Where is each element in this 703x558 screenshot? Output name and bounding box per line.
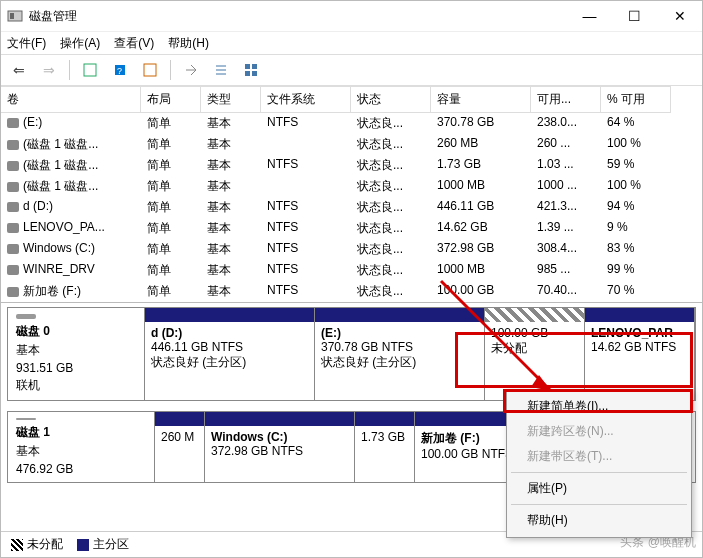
menu-view[interactable]: 查看(V) bbox=[114, 35, 154, 52]
svg-rect-2 bbox=[84, 64, 96, 76]
window-title: 磁盘管理 bbox=[29, 8, 567, 25]
disk-icon bbox=[16, 418, 36, 420]
legend-unalloc-swatch bbox=[11, 539, 23, 551]
svg-rect-9 bbox=[252, 71, 257, 76]
toolbar-icon-1[interactable] bbox=[78, 58, 102, 82]
svg-text:?: ? bbox=[117, 66, 122, 76]
col-volume[interactable]: 卷 bbox=[1, 86, 141, 113]
table-row[interactable]: (磁盘 1 磁盘...简单基本NTFS状态良...1.73 GB1.03 ...… bbox=[1, 155, 702, 176]
toolbar: ⇐ ⇒ ? bbox=[1, 55, 702, 86]
app-icon bbox=[7, 8, 23, 24]
toolbar-grid-icon[interactable] bbox=[239, 58, 263, 82]
close-button[interactable]: ✕ bbox=[657, 1, 702, 31]
col-type[interactable]: 类型 bbox=[201, 86, 261, 113]
toolbar-icon-3[interactable] bbox=[138, 58, 162, 82]
forward-button[interactable]: ⇒ bbox=[37, 58, 61, 82]
menu-new-spanned-volume: 新建跨区卷(N)... bbox=[509, 419, 689, 444]
partition[interactable]: (E:)370.78 GB NTFS状态良好 (主分区) bbox=[315, 308, 485, 400]
svg-rect-7 bbox=[252, 64, 257, 69]
menu-properties[interactable]: 属性(P) bbox=[509, 476, 689, 501]
disk-icon bbox=[16, 314, 36, 319]
table-row[interactable]: d (D:)简单基本NTFS状态良...446.11 GB421.3...94 … bbox=[1, 197, 702, 218]
menu-action[interactable]: 操作(A) bbox=[60, 35, 100, 52]
menu-new-striped-volume: 新建带区卷(T)... bbox=[509, 444, 689, 469]
disk-0-info[interactable]: 磁盘 0 基本 931.51 GB 联机 bbox=[8, 308, 145, 400]
col-pct[interactable]: % 可用 bbox=[601, 86, 671, 113]
menu-help[interactable]: 帮助(H) bbox=[168, 35, 209, 52]
table-row[interactable]: Windows (C:)简单基本NTFS状态良...372.98 GB308.4… bbox=[1, 239, 702, 260]
partition[interactable]: LENOVO_PAR14.62 GB NTFS bbox=[585, 308, 695, 400]
table-row[interactable]: (磁盘 1 磁盘...简单基本状态良...260 MB260 ...100 % bbox=[1, 134, 702, 155]
menu-new-simple-volume[interactable]: 新建简单卷(I)... bbox=[509, 394, 689, 419]
partition[interactable]: d (D:)446.11 GB NTFS状态良好 (主分区) bbox=[145, 308, 315, 400]
partition[interactable]: 1.73 GB bbox=[355, 412, 415, 482]
table-row[interactable]: (磁盘 1 磁盘...简单基本状态良...1000 MB1000 ...100 … bbox=[1, 176, 702, 197]
back-button[interactable]: ⇐ bbox=[7, 58, 31, 82]
table-row[interactable]: WINRE_DRV简单基本NTFS状态良...1000 MB985 ...99 … bbox=[1, 260, 702, 281]
disk-management-window: 磁盘管理 — ☐ ✕ 文件(F) 操作(A) 查看(V) 帮助(H) ⇐ ⇒ ?… bbox=[0, 0, 703, 558]
table-row[interactable]: (E:)简单基本NTFS状态良...370.78 GB238.0...64 % bbox=[1, 113, 702, 134]
svg-rect-5 bbox=[144, 64, 156, 76]
table-header: 卷 布局 类型 文件系统 状态 容量 可用... % 可用 bbox=[1, 86, 702, 113]
table-row[interactable]: LENOVO_PA...简单基本NTFS状态良...14.62 GB1.39 .… bbox=[1, 218, 702, 239]
maximize-button[interactable]: ☐ bbox=[612, 1, 657, 31]
disk-1-info[interactable]: 磁盘 1 基本 476.92 GB bbox=[8, 412, 155, 482]
menu-file[interactable]: 文件(F) bbox=[7, 35, 46, 52]
toolbar-icon-2[interactable]: ? bbox=[108, 58, 132, 82]
menubar: 文件(F) 操作(A) 查看(V) 帮助(H) bbox=[1, 32, 702, 55]
titlebar: 磁盘管理 — ☐ ✕ bbox=[1, 1, 702, 32]
col-fs[interactable]: 文件系统 bbox=[261, 86, 351, 113]
volume-table: 卷 布局 类型 文件系统 状态 容量 可用... % 可用 (E:)简单基本NT… bbox=[1, 86, 702, 303]
col-layout[interactable]: 布局 bbox=[141, 86, 201, 113]
toolbar-icon-4[interactable] bbox=[179, 58, 203, 82]
svg-rect-8 bbox=[245, 71, 250, 76]
disk-0-row: 磁盘 0 基本 931.51 GB 联机 d (D:)446.11 GB NTF… bbox=[7, 307, 696, 401]
table-row[interactable]: 新加卷 (F:)简单基本NTFS状态良...100.00 GB70.40...7… bbox=[1, 281, 702, 302]
col-free[interactable]: 可用... bbox=[531, 86, 601, 113]
partition[interactable]: Windows (C:)372.98 GB NTFS bbox=[205, 412, 355, 482]
legend-primary-swatch bbox=[77, 539, 89, 551]
svg-rect-1 bbox=[10, 13, 14, 19]
context-menu: 新建简单卷(I)... 新建跨区卷(N)... 新建带区卷(T)... 属性(P… bbox=[506, 389, 692, 538]
minimize-button[interactable]: — bbox=[567, 1, 612, 31]
partition-unallocated[interactable]: 100.00 GB未分配 bbox=[485, 308, 585, 400]
col-capacity[interactable]: 容量 bbox=[431, 86, 531, 113]
toolbar-list-icon[interactable] bbox=[209, 58, 233, 82]
col-state[interactable]: 状态 bbox=[351, 86, 431, 113]
menu-help[interactable]: 帮助(H) bbox=[509, 508, 689, 533]
partition[interactable]: 260 M bbox=[155, 412, 205, 482]
svg-rect-6 bbox=[245, 64, 250, 69]
